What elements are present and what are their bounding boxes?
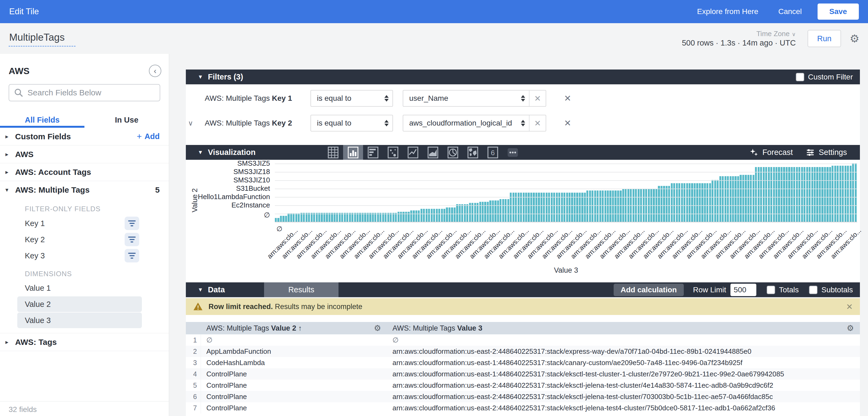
totals-toggle[interactable]: Totals	[767, 286, 799, 294]
filter-value-select[interactable]: user_Name✕	[403, 90, 546, 107]
chart-bar[interactable]	[837, 166, 839, 222]
chart-bar[interactable]	[752, 175, 754, 222]
chart-bar[interactable]	[377, 213, 379, 222]
run-button[interactable]: Run	[808, 30, 841, 47]
chart-bar[interactable]	[842, 166, 844, 222]
add-custom-field-button[interactable]: +Add	[137, 132, 160, 141]
chart-bar[interactable]	[724, 176, 726, 222]
chart-bar[interactable]	[507, 199, 509, 222]
chart-bar[interactable]	[722, 176, 724, 222]
chart-bar[interactable]	[502, 199, 504, 222]
viz-type-pie-icon[interactable]	[443, 145, 463, 160]
chart-bar[interactable]	[500, 199, 501, 222]
filter-icon[interactable]	[125, 217, 139, 230]
chart-bar[interactable]	[349, 213, 351, 222]
gear-icon[interactable]: ⚙	[850, 33, 859, 44]
chart-bar[interactable]	[850, 166, 851, 222]
chart-bar[interactable]	[484, 202, 486, 222]
chart-bar[interactable]	[362, 213, 364, 222]
chart-bar[interactable]	[446, 207, 448, 222]
caret-down-icon[interactable]: ▼	[198, 74, 203, 80]
chart-bar[interactable]	[359, 213, 361, 222]
chart-bar[interactable]	[354, 213, 356, 222]
chart-bar[interactable]	[487, 202, 489, 222]
chart-bar[interactable]	[492, 201, 494, 222]
chart-bar[interactable]	[479, 202, 481, 222]
clear-value-icon[interactable]: ✕	[529, 115, 546, 131]
chart-bar[interactable]	[604, 190, 607, 222]
tab-results[interactable]: Results	[264, 282, 339, 297]
chart-bar[interactable]	[287, 213, 289, 222]
chart-bar[interactable]	[589, 190, 591, 222]
chart-bar[interactable]	[497, 201, 499, 222]
chart-bar[interactable]	[489, 201, 491, 222]
chart-bar[interactable]	[586, 190, 588, 222]
chart-bar[interactable]	[742, 175, 744, 222]
chart-bar[interactable]	[346, 213, 348, 222]
chart-bar[interactable]	[364, 213, 366, 222]
filter-only-field-row[interactable]: Key 1	[0, 215, 169, 232]
chart-bar[interactable]	[745, 175, 747, 222]
chart-bar[interactable]	[408, 212, 409, 222]
chart-bar[interactable]	[844, 166, 846, 222]
explore-from-here-link[interactable]: Explore from Here	[697, 7, 758, 16]
chart-bar[interactable]	[331, 213, 333, 222]
chart-bar[interactable]	[658, 186, 660, 222]
chart-bar[interactable]	[737, 176, 739, 222]
chevron-down-icon[interactable]: ∨	[188, 119, 193, 128]
chart-bar[interactable]	[405, 212, 407, 222]
table-row[interactable]: 2AppLambdaFunctionarn:aws:cloudformation…	[186, 346, 860, 357]
chart-bar[interactable]	[443, 209, 445, 222]
clear-value-icon[interactable]: ✕	[529, 91, 546, 106]
chart-bar[interactable]	[663, 186, 665, 222]
chart-bar[interactable]	[482, 202, 484, 222]
chart-bar[interactable]	[390, 213, 392, 222]
filter-icon[interactable]	[125, 249, 139, 263]
table-row[interactable]: 4ControlPlanearn:aws:cloudformation:us-e…	[186, 368, 860, 380]
chart-bar[interactable]	[296, 213, 297, 222]
add-calculation-button[interactable]: Add calculation	[614, 284, 684, 296]
chart-bar[interactable]	[351, 213, 353, 222]
dimension-field-row[interactable]: Value 3	[17, 313, 142, 328]
chart-bar[interactable]	[591, 190, 593, 222]
tab-all-fields[interactable]: All Fields	[0, 112, 85, 128]
chart-bar[interactable]	[321, 213, 322, 222]
chart-bar[interactable]	[494, 201, 496, 222]
column-gear-icon[interactable]: ⚙	[847, 324, 854, 332]
chart-bar[interactable]	[277, 218, 279, 222]
chart-bar[interactable]	[410, 210, 412, 222]
table-row[interactable]: 7ControlPlanearn:aws:cloudformation:us-e…	[186, 402, 860, 414]
chart-bar[interactable]	[426, 209, 428, 222]
viz-type-area-icon[interactable]	[423, 145, 443, 160]
chart-bar[interactable]	[594, 190, 596, 222]
chart-bar[interactable]	[735, 176, 736, 222]
chart-bar[interactable]	[421, 209, 423, 222]
chart-bar[interactable]	[280, 216, 282, 222]
chart-bar[interactable]	[428, 209, 430, 222]
chart-bar[interactable]	[282, 216, 284, 222]
table-row[interactable]: 3CodeHashLambdaarn:aws:cloudformation:us…	[186, 357, 860, 368]
row-limit-input[interactable]	[731, 284, 756, 296]
chart-bar[interactable]	[344, 213, 346, 222]
tab-in-use[interactable]: In Use	[85, 112, 169, 128]
chart-bar[interactable]	[730, 176, 732, 222]
caret-down-icon[interactable]: ▼	[198, 149, 203, 155]
chart-bar[interactable]	[336, 213, 338, 222]
chart-bar[interactable]	[461, 204, 463, 222]
chart-bar[interactable]	[433, 209, 435, 222]
chart-bar[interactable]	[301, 213, 302, 222]
timezone-dropdown[interactable]: Time Zone∨	[756, 30, 796, 38]
chart-bar[interactable]	[620, 190, 621, 222]
chart-bar[interactable]	[834, 166, 836, 222]
chart-bar[interactable]	[303, 213, 305, 222]
viz-type-bar-icon[interactable]	[363, 145, 383, 160]
chart-bar[interactable]	[341, 213, 343, 222]
chart-bar[interactable]	[602, 190, 604, 222]
chart-bar[interactable]	[454, 207, 456, 222]
chart-bar[interactable]	[609, 190, 611, 222]
chart-bar[interactable]	[308, 213, 310, 222]
chart-bar[interactable]	[415, 210, 417, 222]
chart-bar[interactable]	[448, 207, 451, 222]
chart-bar[interactable]	[750, 175, 752, 222]
chart-bar[interactable]	[456, 204, 458, 222]
